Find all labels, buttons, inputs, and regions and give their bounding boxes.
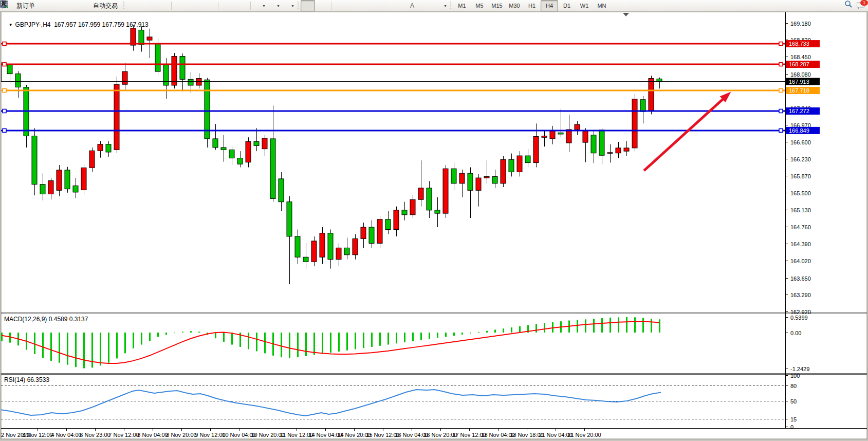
chart-canvas[interactable]: 169.180168.820168.450168.080167.710167.3… [0, 0, 868, 441]
line-anchor-handle[interactable] [3, 128, 6, 132]
chevron-down-icon: ▾ [444, 4, 446, 8]
candle-body [509, 159, 514, 172]
crosshair-tool-button[interactable] [315, 0, 329, 11]
text-icon: A [408, 2, 416, 10]
timeframe-group: M1M5M15M30H1H4D1W1MN [453, 0, 611, 11]
timeframe-m5-button[interactable]: M5 [471, 0, 488, 11]
candle-body [196, 79, 201, 85]
indicator-window-button[interactable] [220, 0, 234, 11]
chart-title: ▼GBPJPY-,H4 167.957 167.959 167.759 167.… [5, 14, 149, 28]
search-icon[interactable] [844, 2, 853, 10]
chat-badge: 1 [860, 0, 868, 6]
candle-body [81, 168, 86, 190]
line-anchor-handle[interactable] [779, 42, 783, 46]
timeframe-m15-button[interactable]: M15 [488, 0, 506, 11]
candle-body [484, 176, 489, 178]
trendline-tool-button[interactable] [362, 0, 376, 11]
toolbar-drag-handle[interactable] [449, 2, 452, 10]
candle-body [147, 37, 152, 40]
collapse-triangle-icon[interactable]: ▼ [9, 23, 13, 27]
indicator-list-button[interactable] [234, 0, 249, 11]
auto-trading-button[interactable]: 自动交易 [82, 0, 121, 11]
line-anchor-handle[interactable] [779, 89, 783, 93]
timeframe-m30-button[interactable]: M30 [506, 0, 523, 11]
profiles-button[interactable] [39, 0, 53, 11]
candle-body [476, 178, 481, 190]
candle-body [607, 153, 613, 154]
candle-body [344, 248, 349, 254]
chat-icon[interactable]: 1 [857, 2, 865, 10]
candle-body [188, 79, 193, 85]
line-anchor-handle[interactable] [3, 63, 6, 66]
horizontal-line-tool-button[interactable] [347, 0, 362, 11]
toolbar-drag-handle[interactable] [297, 2, 300, 10]
macd-axis-tick: 0.00 [790, 330, 801, 336]
templates-button[interactable]: ▾ [281, 0, 296, 11]
line-anchor-handle[interactable] [779, 63, 783, 66]
indicator-window-red-icon [237, 2, 246, 10]
channel-tool-button[interactable]: E [376, 0, 391, 11]
candle-body [361, 227, 366, 238]
candle-body [237, 158, 243, 164]
timeframe-w1-button[interactable]: W1 [576, 0, 593, 11]
text-label-tool-button[interactable]: T [419, 0, 434, 11]
signal-green-icon [70, 2, 79, 10]
line-anchor-handle[interactable] [3, 42, 6, 46]
rsi-axis-tick: 0 [790, 424, 793, 430]
candle-body [385, 219, 391, 230]
text-tool-button[interactable]: A [405, 0, 419, 11]
macd-axis-tick: -1.2429 [790, 366, 809, 372]
candle-body [533, 136, 539, 162]
candlestick-chart-button[interactable] [141, 0, 155, 11]
candle-body [328, 233, 333, 260]
candle-body [57, 170, 62, 190]
timeframe-h4-button[interactable]: H4 [541, 0, 558, 11]
line-anchor-handle[interactable] [779, 128, 783, 132]
signals-button[interactable] [67, 0, 82, 11]
chevron-down-icon: ▾ [291, 4, 293, 8]
rsi-axis-tick: 100 [790, 373, 800, 379]
cursor-tool-button[interactable] [301, 0, 315, 11]
new-chart-button[interactable]: ▾ [252, 0, 267, 11]
line-anchor-handle[interactable] [3, 109, 6, 113]
price-axis-tick: 169.180 [790, 21, 811, 27]
toolbar-drag-handle[interactable] [122, 2, 125, 10]
candle-body [221, 148, 226, 150]
tile-windows-button[interactable] [202, 0, 216, 11]
price-axis-tick: 165.500 [790, 190, 811, 196]
time-axis-label: 9 Nov 12:00 [195, 432, 225, 438]
fibonacci-tool-button[interactable]: F [391, 0, 405, 11]
bar-chart-button[interactable] [126, 0, 141, 11]
market-watch-button[interactable] [53, 0, 67, 11]
timeframe-m1-button[interactable]: M1 [453, 0, 471, 11]
candle-body [262, 138, 267, 149]
line-chart-button[interactable] [155, 0, 170, 11]
price-axis-tick: 164.760 [790, 224, 811, 230]
line-anchor-handle[interactable] [779, 109, 783, 113]
zoom-in-button[interactable] [173, 0, 188, 11]
period-button[interactable]: ▾ [267, 0, 281, 11]
price-axis-tick: 168.080 [790, 71, 811, 78]
price-axis-tick: 164.020 [790, 258, 811, 264]
price-axis-tick: 165.130 [790, 207, 811, 213]
fibonacci-icon: F [394, 2, 402, 10]
rsi-indicator-label: RSI(14) 66.3533 [4, 376, 49, 383]
line-anchor-handle[interactable] [3, 89, 6, 93]
zoom-out-button[interactable] [188, 0, 202, 11]
timeframe-h1-button[interactable]: H1 [523, 0, 541, 11]
timeframe-mn-button[interactable]: MN [593, 0, 611, 11]
vertical-line-tool-button[interactable] [333, 0, 347, 11]
candle-body [163, 65, 169, 85]
candle-body [336, 248, 341, 259]
new-order-label: 新订单 [15, 2, 37, 10]
candle-body [229, 150, 234, 158]
candle-body [279, 179, 284, 202]
new-order-button[interactable]: 新订单 [5, 0, 39, 11]
candle-body [427, 188, 432, 210]
candle-body [270, 139, 275, 199]
timeframe-d1-button[interactable]: D1 [558, 0, 576, 11]
candle-body [657, 79, 662, 81]
candle-body [40, 185, 45, 194]
arrows-tool-button[interactable]: ▾ [434, 0, 448, 11]
candle-body [640, 100, 645, 112]
